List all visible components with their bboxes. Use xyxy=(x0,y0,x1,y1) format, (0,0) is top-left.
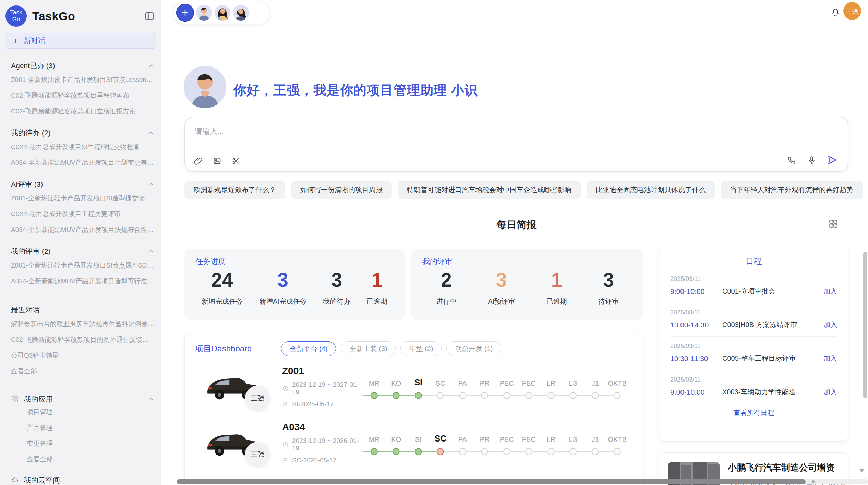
sidebar-task-item[interactable]: C0X4-动力总成开发项目工程变更评审 xyxy=(11,206,155,222)
suggestion-chip[interactable]: 如何写一份清晰的项目周报 xyxy=(291,181,392,199)
recent-chat-item[interactable]: 解释最新出台的欧盟报废车法规再生塑料比例被调至15%... xyxy=(11,316,155,332)
milestone-dot[interactable] xyxy=(614,392,621,399)
project-owner-avatar[interactable]: 王强 xyxy=(245,386,270,410)
app-item[interactable]: 变更管理 xyxy=(11,436,155,451)
attachment-icon[interactable] xyxy=(194,157,203,165)
milestone-dot[interactable] xyxy=(393,448,400,455)
app-item[interactable]: 查看全部... xyxy=(11,451,155,467)
sidebar-item-my-apps[interactable]: 我的应用 xyxy=(11,395,155,404)
milestone-dot[interactable] xyxy=(592,392,599,399)
filter-chip[interactable]: 全新平台 (4) xyxy=(281,341,336,356)
sidebar-task-item[interactable]: Z001-全新燃油皮卡产品开发项目SI节点Lesson Learn报告 xyxy=(11,72,155,88)
sidebar-task-item[interactable]: Z001-全新燃油轻卡产品开发项目SI造型提交物评审 xyxy=(11,190,155,206)
sidebar-section-header[interactable]: 我的待办 (2) xyxy=(11,128,155,138)
project-row[interactable]: 王强 Z001 2023-12-19 ~ 2027-01-19 xyxy=(185,359,643,415)
add-member-button[interactable] xyxy=(176,4,194,22)
milestone-dot[interactable] xyxy=(569,448,577,455)
sidebar-item-cloud-space[interactable]: 我的云空间 xyxy=(11,475,155,485)
suggestion-chip[interactable]: 比亚迪全固态电池计划具体说了什么 xyxy=(587,181,715,199)
join-link[interactable]: 加入 xyxy=(823,387,837,397)
milestone-dot[interactable] xyxy=(481,392,488,399)
team-avatar[interactable] xyxy=(232,4,250,21)
milestone-dot[interactable] xyxy=(503,448,510,455)
sidebar-section-header[interactable]: AI评审 (3) xyxy=(11,179,155,189)
new-chat-button[interactable]: ＋ 新对话 xyxy=(5,33,156,49)
vertical-scrollbar-thumb[interactable] xyxy=(863,252,867,398)
team-avatar[interactable] xyxy=(214,4,231,21)
filter-chip[interactable]: 年型 (2) xyxy=(400,341,442,356)
event-name[interactable]: X003-车辆动力学性能验... xyxy=(722,387,819,397)
event-name[interactable]: C003|H0B-方案冻结评审 xyxy=(722,320,819,329)
milestone-dot[interactable] xyxy=(437,448,444,455)
milestone-dot[interactable] xyxy=(393,392,400,399)
event-name[interactable]: C005-整车工程目标评审 xyxy=(722,354,819,363)
milestone-dot[interactable] xyxy=(547,392,555,399)
app-item[interactable]: 产品管理 xyxy=(11,420,155,436)
milestone-dot[interactable] xyxy=(371,392,378,399)
phone-icon[interactable] xyxy=(787,156,796,164)
join-link[interactable]: 加入 xyxy=(823,354,837,363)
recent-chat-item[interactable]: 公司Q3轻卡销量 xyxy=(11,348,155,363)
recent-chat-item[interactable]: C02-飞腾新能源轻客改款项目的闭环通告反馈情况 xyxy=(11,332,155,348)
recent-chat-item[interactable]: 查看全部... xyxy=(11,363,155,379)
view-all-schedule-link[interactable]: 查看所有日程 xyxy=(670,408,837,418)
app-item[interactable]: 项目管理 xyxy=(11,404,155,420)
milestone-dot[interactable] xyxy=(525,448,532,455)
milestone-dot[interactable] xyxy=(415,448,422,455)
notification-bell-icon[interactable] xyxy=(830,8,841,18)
stat-label: 已逾期 xyxy=(546,297,567,306)
suggestion-chip[interactable]: 特朗普可能对进口汽车增税会对中国车企造成哪些影响 xyxy=(398,181,581,199)
user-avatar[interactable]: 王强 xyxy=(843,2,861,20)
chevron-up-icon[interactable] xyxy=(148,129,155,136)
sidebar-task-item[interactable]: C0X4-动力总成开发项目SI里程碑提交物检查 xyxy=(11,139,155,155)
project-row[interactable]: 王强 A034 2023-12-19 ~ 2026-01-19 xyxy=(185,415,643,471)
suggestion-chip[interactable]: 欧洲新规最近颁布了什么？ xyxy=(184,181,285,199)
sidebar-task-item[interactable]: C02-飞腾新能源轻客改款项目里程碑画布 xyxy=(11,88,155,103)
suggestion-chip[interactable]: 当下年轻人对汽车外观有怎样的喜好趋势 xyxy=(721,181,863,199)
scroll-down-arrow-icon[interactable] xyxy=(859,469,865,472)
milestone-dot[interactable] xyxy=(459,448,466,455)
milestone-dot[interactable] xyxy=(592,448,599,455)
project-code[interactable]: Z001 xyxy=(282,365,363,376)
join-link[interactable]: 加入 xyxy=(823,320,837,329)
milestone-dot[interactable] xyxy=(371,448,378,455)
send-icon[interactable] xyxy=(827,155,837,165)
project-owner-avatar[interactable]: 王强 xyxy=(245,442,270,467)
chevron-up-icon[interactable] xyxy=(148,396,155,403)
horizontal-scrollbar-thumb[interactable] xyxy=(177,479,806,484)
chevron-up-icon[interactable] xyxy=(148,62,155,69)
milestone-dot[interactable] xyxy=(614,448,621,455)
sidebar-collapse-icon[interactable] xyxy=(144,11,155,21)
project-code[interactable]: A034 xyxy=(282,422,363,433)
scissors-icon[interactable] xyxy=(232,157,240,165)
milestone-dot[interactable] xyxy=(437,392,444,399)
news-title[interactable]: 小鹏飞行汽车制造公司增资 xyxy=(728,462,852,474)
chevron-up-icon[interactable] xyxy=(148,181,155,188)
join-link[interactable]: 加入 xyxy=(823,287,837,296)
sidebar-section-header[interactable]: 我的评审 (2) xyxy=(11,247,155,256)
milestone-dot[interactable] xyxy=(569,392,577,399)
layout-grid-icon[interactable] xyxy=(828,219,839,229)
sidebar-task-item[interactable]: A034-全新新能源MUV产品开发项目法规符合性评审 xyxy=(11,222,155,238)
chat-composer[interactable]: 请输入... xyxy=(184,117,848,172)
sidebar-task-item[interactable]: A034-全新新能源MUV产品开发项目造型可行性评审 xyxy=(11,273,155,289)
team-avatar[interactable] xyxy=(195,4,213,21)
milestone-dot[interactable] xyxy=(503,392,510,399)
image-icon[interactable] xyxy=(213,157,221,165)
sidebar-section-header[interactable]: Agent已办 (3) xyxy=(11,61,155,71)
filter-chip[interactable]: 动总开发 (1) xyxy=(446,341,501,356)
milestone-dot[interactable] xyxy=(415,392,422,399)
horizontal-scrollbar-track[interactable] xyxy=(177,479,868,484)
milestone-dot[interactable] xyxy=(547,448,555,455)
event-name[interactable]: C001-立项审批会 xyxy=(722,287,819,296)
sidebar-task-item[interactable]: A034-全新新能源MUV产品开发项目计划变更表编写 xyxy=(11,155,155,171)
scroll-right-arrow-icon[interactable] xyxy=(812,479,816,484)
filter-chip[interactable]: 全新上装 (3) xyxy=(341,341,396,356)
milestone-dot[interactable] xyxy=(459,392,466,399)
microphone-icon[interactable] xyxy=(807,156,816,164)
milestone-dot[interactable] xyxy=(481,448,488,455)
milestone-dot[interactable] xyxy=(525,392,532,399)
sidebar-task-item[interactable]: C02-飞腾新能源轻客改款项目立项汇报方案 xyxy=(11,103,155,119)
chevron-up-icon[interactable] xyxy=(148,248,155,255)
sidebar-task-item[interactable]: Z001-全新燃油轻卡产品开发项目SI节点属性5D文件评审 xyxy=(11,258,155,273)
